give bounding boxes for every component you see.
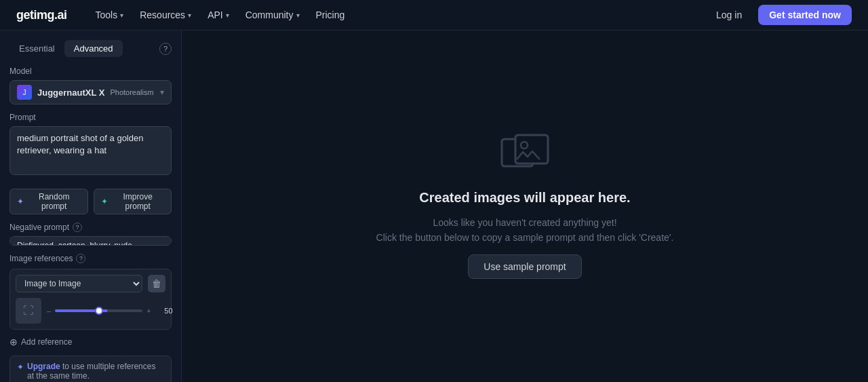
neg-prompt-textarea[interactable]	[9, 236, 172, 246]
img-refs-label: Image references	[9, 254, 73, 263]
spark-icon: ✦	[17, 197, 24, 206]
add-ref-label: Add reference	[21, 337, 72, 347]
use-sample-prompt-button[interactable]: Use sample prompt	[468, 254, 581, 279]
trash-icon: 🗑	[152, 278, 161, 289]
ref-thumbnail[interactable]: ⛶	[16, 298, 41, 324]
model-tag: Photorealism	[110, 88, 153, 96]
chevron-down-icon: ▾	[188, 12, 191, 19]
neg-prompt-row: Negative prompt ?	[9, 223, 172, 232]
navbar: getimg.ai Tools ▾ Resources ▾ API ▾ Comm…	[0, 0, 868, 31]
tabs-row: Essential Advanced ?	[9, 40, 172, 57]
random-prompt-button[interactable]: ✦ Random prompt	[9, 189, 88, 214]
chevron-down-icon: ▾	[120, 12, 123, 19]
plus-icon: ⊕	[9, 337, 18, 347]
nav-api-label: API	[208, 9, 223, 20]
nav-item-pricing[interactable]: Pricing	[309, 5, 352, 24]
empty-state: Created images will appear here. Looks l…	[376, 134, 674, 280]
nav-item-resources[interactable]: Resources ▾	[133, 5, 198, 24]
left-panel: Essential Advanced ? Model J JuggernautX…	[0, 31, 182, 382]
tab-essential[interactable]: Essential	[9, 40, 64, 57]
images-placeholder-icon	[500, 134, 549, 180]
ref-bottom-row: ⛶ – + 50	[16, 298, 165, 324]
main-layout: Essential Advanced ? Model J JuggernautX…	[0, 31, 868, 382]
svg-rect-1	[515, 135, 548, 164]
neg-prompt-label: Negative prompt	[9, 223, 69, 232]
right-panel: Created images will appear here. Looks l…	[182, 31, 868, 382]
nav-item-api[interactable]: API ▾	[201, 5, 236, 24]
slider-max-label: +	[146, 307, 151, 315]
ref-top-row: Image to Image Style Composition Face 🗑	[16, 275, 165, 292]
improve-prompt-button[interactable]: ✦ Improve prompt	[94, 189, 172, 214]
ref-slider-group: – + 50	[47, 307, 173, 315]
upgrade-notice-text: Upgrade to use multiple references at th…	[27, 362, 164, 381]
prompt-label: Prompt	[9, 113, 172, 122]
chevron-down-icon: ▾	[226, 12, 229, 19]
prompt-section: Prompt	[9, 113, 172, 178]
ref-delete-button[interactable]: 🗑	[148, 275, 165, 292]
nav-resources-label: Resources	[140, 9, 185, 20]
nav-item-tools[interactable]: Tools ▾	[89, 5, 131, 24]
nav-pricing-label: Pricing	[316, 9, 345, 20]
get-started-button[interactable]: Get started now	[758, 5, 852, 25]
model-label: Model	[9, 66, 172, 76]
tab-advanced[interactable]: Advanced	[64, 40, 123, 57]
slider-min-label: –	[47, 307, 51, 315]
slider-value: 50	[155, 307, 173, 315]
empty-subtitle: Looks like you haven't created anything …	[376, 215, 674, 246]
info-icon[interactable]: ?	[159, 43, 172, 55]
nav-logo[interactable]: getimg.ai	[16, 8, 67, 22]
model-name: JuggernautXL X	[37, 88, 104, 98]
nav-tools-label: Tools	[96, 9, 118, 20]
upgrade-spark-icon: ✦	[17, 362, 24, 372]
chevron-down-icon: ▾	[160, 88, 164, 97]
upgrade-link[interactable]: Upgrade	[27, 362, 60, 371]
chevron-down-icon: ▾	[296, 12, 300, 19]
nav-items: Tools ▾ Resources ▾ API ▾ Community ▾ Pr…	[89, 5, 709, 24]
nav-community-label: Community	[245, 9, 294, 20]
improve-prompt-label: Improve prompt	[111, 192, 164, 211]
image-placeholder-icon: ⛶	[23, 305, 34, 317]
nav-item-community[interactable]: Community ▾	[239, 5, 307, 24]
add-reference-button[interactable]: ⊕ Add reference	[9, 335, 172, 349]
prompt-textarea[interactable]	[9, 126, 172, 175]
model-avatar: J	[17, 85, 32, 100]
model-select[interactable]: J JuggernautXL X Photorealism ▾	[9, 80, 172, 104]
ref-info-icon[interactable]: ?	[76, 254, 85, 263]
empty-title: Created images will appear here.	[419, 190, 630, 206]
nav-right: Log in Get started now	[708, 5, 852, 25]
upgrade-notice: ✦ Upgrade to use multiple references at …	[9, 356, 172, 382]
login-button[interactable]: Log in	[708, 5, 750, 24]
random-prompt-label: Random prompt	[27, 192, 81, 211]
ref-strength-slider[interactable]	[55, 309, 142, 312]
neg-info-icon[interactable]: ?	[73, 223, 82, 232]
img-refs-row: Image references ?	[9, 254, 172, 263]
reference-card: Image to Image Style Composition Face 🗑 …	[9, 269, 172, 330]
magic-icon: ✦	[101, 197, 108, 206]
ref-type-select[interactable]: Image to Image Style Composition Face	[16, 275, 142, 292]
prompt-action-row: ✦ Random prompt ✦ Improve prompt	[9, 189, 172, 214]
